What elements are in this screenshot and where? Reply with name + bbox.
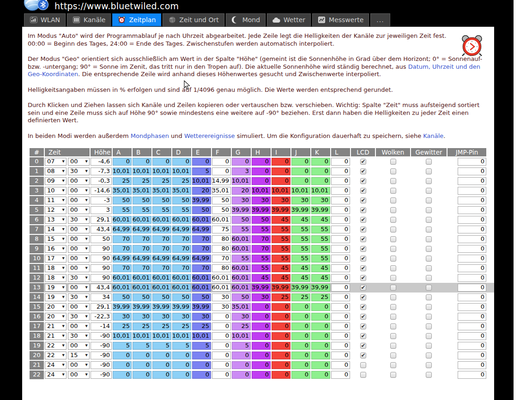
jmp-pin-input[interactable]: 0 — [458, 342, 486, 350]
header-channel-k[interactable]: K — [311, 148, 330, 156]
channel-cell-e[interactable]: 0 — [192, 352, 211, 359]
channel-cell-g[interactable]: 60,01 — [232, 264, 251, 272]
gewitter-checkbox[interactable] — [426, 197, 432, 203]
channel-cell-b[interactable]: 60,01 — [133, 216, 151, 224]
channel-cell-h[interactable]: 10,01 — [252, 187, 271, 195]
minute-select[interactable]: 30▼ — [68, 216, 90, 224]
channel-cell-f[interactable]: 14,99 — [212, 177, 231, 185]
channel-cell-d[interactable]: 55 — [172, 206, 191, 214]
wolken-checkbox[interactable] — [390, 197, 396, 203]
wolken-checkbox[interactable] — [390, 333, 396, 339]
minute-select[interactable]: 00▼ — [68, 303, 90, 311]
channel-cell-b[interactable]: 39,99 — [133, 303, 151, 311]
channel-cell-k[interactable]: 45 — [311, 216, 330, 224]
row-number[interactable]: 8 — [30, 235, 44, 244]
channel-cell-l[interactable]: 0 — [331, 197, 350, 204]
channel-cell-f[interactable]: 60,01 — [212, 274, 231, 282]
channel-cell-j[interactable]: 55 — [291, 226, 310, 233]
channel-cell-a[interactable]: 10,01 — [113, 332, 132, 340]
gewitter-checkbox[interactable] — [426, 178, 432, 184]
jmp-pin-input[interactable]: 0 — [458, 255, 486, 263]
channel-cell-f[interactable]: 0 — [212, 158, 231, 166]
channel-cell-l[interactable]: 0 — [331, 255, 350, 263]
channel-cell-a[interactable]: 39,99 — [113, 303, 132, 311]
channel-cell-g[interactable]: 5 — [232, 342, 251, 350]
wolken-checkbox[interactable] — [390, 314, 396, 320]
hoehe-input[interactable]: -4,6 — [91, 158, 112, 166]
wolken-checkbox[interactable] — [390, 372, 396, 378]
tab-zeit-und-ort[interactable]: Zeit und Ort — [163, 13, 224, 26]
channel-cell-g[interactable]: 0 — [232, 371, 251, 379]
row-number[interactable]: 9 — [30, 245, 44, 253]
hoehe-input[interactable]: 34 — [91, 293, 112, 301]
channel-cell-a[interactable]: 0 — [113, 371, 132, 379]
hour-select[interactable]: 24▼ — [45, 371, 66, 379]
channel-cell-h[interactable]: 39,99 — [252, 284, 271, 292]
tab-more[interactable]: ... — [370, 13, 390, 26]
channel-cell-a[interactable]: 55 — [113, 206, 132, 214]
channel-cell-c[interactable]: 64,99 — [152, 255, 171, 263]
channel-cell-l[interactable]: 0 — [331, 352, 350, 359]
channel-cell-d[interactable]: 70 — [172, 235, 191, 243]
channel-cell-g[interactable]: 3 — [232, 167, 251, 175]
hour-select[interactable]: 21▼ — [45, 332, 66, 340]
jmp-pin-input[interactable]: 0 — [458, 245, 486, 253]
channel-cell-b[interactable]: 5 — [133, 342, 151, 350]
channel-cell-h[interactable]: 39,99 — [252, 206, 271, 214]
wolken-checkbox[interactable] — [390, 217, 396, 223]
gewitter-checkbox[interactable] — [426, 227, 432, 233]
channel-cell-i[interactable]: 55 — [272, 245, 290, 253]
channel-cell-k[interactable]: 25 — [311, 293, 330, 301]
channel-cell-d[interactable]: 39,99 — [172, 303, 191, 311]
channel-cell-a[interactable]: 64,99 — [113, 226, 132, 233]
hoehe-input[interactable]: -7,3 — [91, 167, 112, 175]
channel-cell-d[interactable]: 0 — [172, 361, 191, 369]
channel-cell-e[interactable]: 64,99 — [192, 226, 211, 233]
gewitter-checkbox[interactable] — [426, 217, 432, 223]
channel-cell-g[interactable]: 10,01 — [232, 332, 251, 340]
hour-select[interactable]: 08▼ — [45, 167, 66, 175]
row-number[interactable]: 3 — [30, 186, 44, 195]
channel-cell-j[interactable]: 45 — [291, 216, 310, 224]
channel-cell-i[interactable]: 45 — [272, 264, 290, 272]
wolken-checkbox[interactable] — [390, 256, 396, 262]
channel-cell-d[interactable]: 60,01 — [172, 284, 191, 292]
channel-cell-e[interactable]: 20 — [192, 187, 211, 195]
channel-cell-g[interactable]: 50 — [232, 293, 251, 301]
channel-cell-j[interactable]: 0 — [291, 342, 310, 350]
channel-cell-d[interactable]: 10,01 — [172, 332, 191, 340]
channel-cell-l[interactable]: 0 — [331, 206, 350, 214]
wolken-checkbox[interactable] — [390, 352, 396, 358]
channel-cell-a[interactable]: 0 — [113, 352, 132, 359]
channel-cell-k[interactable]: 0 — [311, 167, 330, 175]
channel-cell-c[interactable]: 50 — [152, 197, 171, 204]
hoehe-input[interactable]: -14 — [91, 322, 112, 330]
hoehe-input[interactable]: -22,3 — [91, 313, 112, 321]
channel-cell-f[interactable]: 0 — [212, 322, 231, 330]
channel-cell-a[interactable]: 5 — [113, 342, 132, 350]
channel-cell-i[interactable]: 0 — [272, 332, 290, 340]
channel-cell-e[interactable]: 60,01 — [192, 216, 211, 224]
channel-cell-d[interactable]: 35,01 — [172, 187, 191, 195]
channel-cell-j[interactable]: 0 — [291, 371, 310, 379]
gewitter-checkbox[interactable] — [426, 304, 432, 310]
channel-cell-a[interactable]: 50 — [113, 293, 132, 301]
hour-select[interactable]: 16▼ — [45, 245, 66, 253]
channel-cell-b[interactable]: 0 — [133, 352, 151, 359]
gewitter-checkbox[interactable] — [426, 236, 432, 242]
channel-cell-j[interactable]: 0 — [291, 313, 310, 321]
wolken-checkbox[interactable] — [390, 246, 396, 252]
channel-cell-k[interactable]: 0 — [311, 371, 330, 379]
channel-cell-c[interactable]: 70 — [152, 235, 171, 243]
channel-cell-e[interactable]: 30 — [192, 313, 211, 321]
channel-cell-h[interactable]: 30 — [252, 293, 271, 301]
jmp-pin-input[interactable]: 0 — [458, 187, 486, 195]
channel-cell-d[interactable]: 50 — [172, 293, 191, 301]
channel-cell-d[interactable]: 0 — [172, 371, 191, 379]
channel-cell-h[interactable]: 55 — [252, 255, 271, 263]
channel-cell-j[interactable]: 0 — [291, 322, 310, 330]
header-channel-b[interactable]: B — [133, 148, 151, 156]
channel-cell-i[interactable]: 0 — [272, 313, 290, 321]
gewitter-checkbox[interactable] — [426, 246, 432, 252]
minute-select[interactable]: 00▼ — [68, 158, 90, 166]
